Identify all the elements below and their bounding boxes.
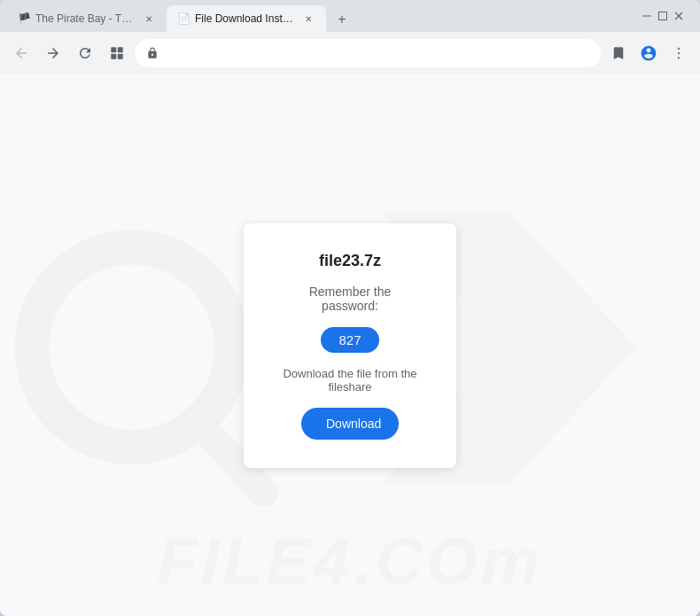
profile-button[interactable] (634, 39, 663, 67)
menu-button[interactable] (665, 39, 693, 67)
download-card: file23.7z Remember the password: 827 Dow… (244, 223, 456, 468)
svg-point-9 (678, 52, 680, 54)
toolbar-right (604, 39, 693, 67)
toolbar (0, 32, 700, 74)
svg-rect-7 (118, 54, 123, 59)
tab-title-2: File Download Instructions for ... (195, 12, 296, 25)
svg-point-8 (678, 48, 680, 50)
tab-title-1: The Pirate Bay - The galaxy's m... (35, 12, 136, 25)
tab-favicon-1: 🏴 (18, 12, 30, 25)
forward-button[interactable] (39, 39, 67, 67)
svg-rect-6 (111, 54, 116, 59)
tab-close-2[interactable]: ✕ (301, 12, 315, 26)
page-content: FILE4.COm file23.7z Remember the passwor… (0, 74, 700, 616)
reload-button[interactable] (71, 39, 99, 67)
password-badge: 827 (321, 327, 378, 353)
minimize-button[interactable] (640, 9, 654, 23)
back-button[interactable] (7, 39, 35, 67)
svg-rect-5 (118, 47, 123, 52)
download-instruction: Download the file from the fileshare (279, 367, 421, 394)
card-overlay: file23.7z Remember the password: 827 Dow… (0, 74, 700, 616)
window-controls (640, 9, 686, 23)
svg-rect-4 (111, 47, 116, 52)
extensions-button[interactable] (103, 39, 131, 67)
file-name: file23.7z (319, 252, 381, 270)
svg-point-10 (678, 57, 680, 58)
svg-rect-1 (659, 12, 667, 20)
download-button[interactable]: Download (301, 408, 399, 440)
browser-window: 🏴 The Pirate Bay - The galaxy's m... ✕ 📄… (0, 0, 700, 616)
tabs-bar: 🏴 The Pirate Bay - The galaxy's m... ✕ 📄… (7, 0, 640, 32)
title-bar: 🏴 The Pirate Bay - The galaxy's m... ✕ 📄… (0, 0, 700, 32)
close-button[interactable] (672, 9, 686, 23)
tab-favicon-2: 📄 (177, 12, 190, 25)
tab-file-download[interactable]: 📄 File Download Instructions for ... ✕ (167, 5, 326, 32)
tab-pirate-bay[interactable]: 🏴 The Pirate Bay - The galaxy's m... ✕ (7, 5, 167, 32)
bookmark-button[interactable] (604, 39, 633, 67)
lock-icon (146, 47, 159, 59)
svg-rect-0 (642, 16, 651, 17)
tab-close-1[interactable]: ✕ (142, 12, 156, 26)
address-bar[interactable] (135, 39, 601, 67)
new-tab-button[interactable]: + (330, 7, 354, 32)
password-label: Remember the password: (279, 285, 421, 313)
maximize-button[interactable] (656, 9, 670, 23)
